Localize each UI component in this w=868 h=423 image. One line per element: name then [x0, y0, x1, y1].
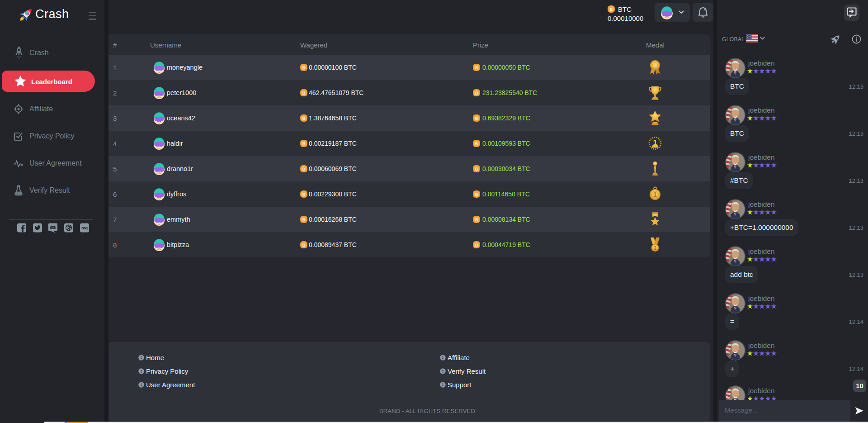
svg-text:mq: mq [81, 225, 88, 230]
